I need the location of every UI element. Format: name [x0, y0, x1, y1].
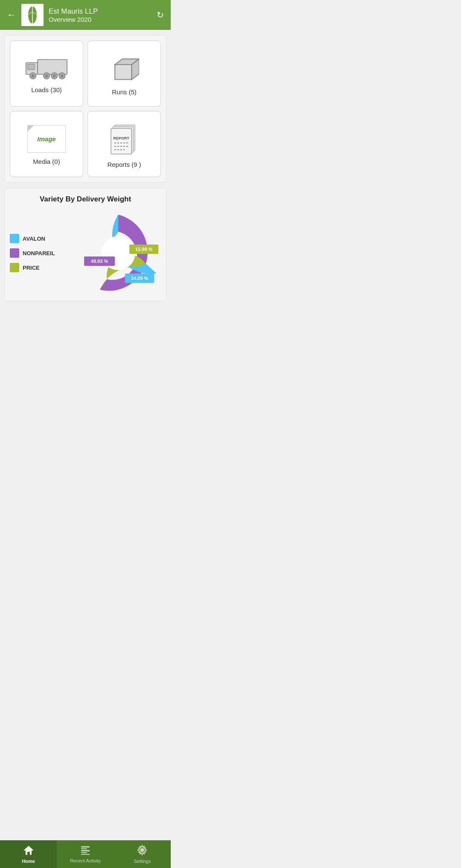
svg-text:34.09 %: 34.09 %: [131, 276, 149, 281]
svg-text:REPORT: REPORT: [113, 136, 129, 140]
legend-label-price: PRICE: [23, 265, 40, 271]
back-button[interactable]: ←: [7, 10, 16, 20]
media-label: Media (0): [33, 158, 60, 165]
chart-legend: AVALON NONPAREIL PRICE: [10, 234, 65, 272]
donut-chart: 49.93 % 15.99 % 34.09 %: [76, 210, 161, 296]
svg-point-12: [61, 75, 63, 77]
chart-title: Variety By Delivery Weight: [10, 195, 161, 204]
box-icon: [109, 53, 139, 83]
header-title: Est Mauris LLP Overview 2020: [49, 7, 157, 23]
svg-point-6: [32, 75, 34, 77]
svg-point-8: [45, 75, 47, 77]
media-tile[interactable]: Image Media (0): [10, 111, 83, 177]
chart-content: AVALON NONPAREIL PRICE: [10, 210, 161, 296]
report-icon: REPORT: [109, 122, 139, 156]
refresh-button[interactable]: ↻: [157, 10, 164, 20]
svg-text:49.93 %: 49.93 %: [91, 259, 108, 264]
svg-point-10: [53, 75, 55, 77]
legend-nonpareil: NONPAREIL: [10, 248, 65, 258]
company-name: Est Mauris LLP: [49, 7, 157, 16]
runs-label: Runs (5): [112, 88, 137, 96]
header: ← Est Mauris LLP Overview 2020 ↻: [0, 0, 171, 30]
legend-label-avalon: AVALON: [23, 236, 45, 242]
reports-label: Reports (9 ): [107, 161, 141, 168]
truck-icon: [25, 55, 68, 81]
svg-rect-3: [38, 60, 67, 75]
legend-color-avalon: [10, 234, 19, 243]
runs-tile[interactable]: Runs (5): [88, 41, 161, 107]
loads-label: Loads (30): [31, 86, 62, 93]
legend-label-nonpareil: NONPAREIL: [23, 250, 55, 256]
tiles-grid: Loads (30) Runs (5) Image: [10, 41, 161, 177]
company-logo: [21, 4, 44, 26]
legend-color-price: [10, 263, 19, 272]
chart-section: Variety By Delivery Weight AVALON NONPAR…: [4, 188, 166, 301]
svg-rect-13: [115, 64, 131, 79]
loads-tile[interactable]: Loads (30): [10, 41, 83, 107]
legend-price: PRICE: [10, 263, 65, 272]
image-icon: Image: [27, 125, 66, 153]
svg-text:15.99 %: 15.99 %: [135, 247, 153, 252]
header-subtitle: Overview 2020: [49, 16, 157, 23]
legend-color-nonpareil: [10, 248, 19, 258]
reports-tile[interactable]: REPORT Reports (9 ): [88, 111, 161, 177]
svg-rect-4: [27, 64, 34, 70]
legend-avalon: AVALON: [10, 234, 65, 243]
tiles-section: Loads (30) Runs (5) Image: [4, 35, 166, 183]
